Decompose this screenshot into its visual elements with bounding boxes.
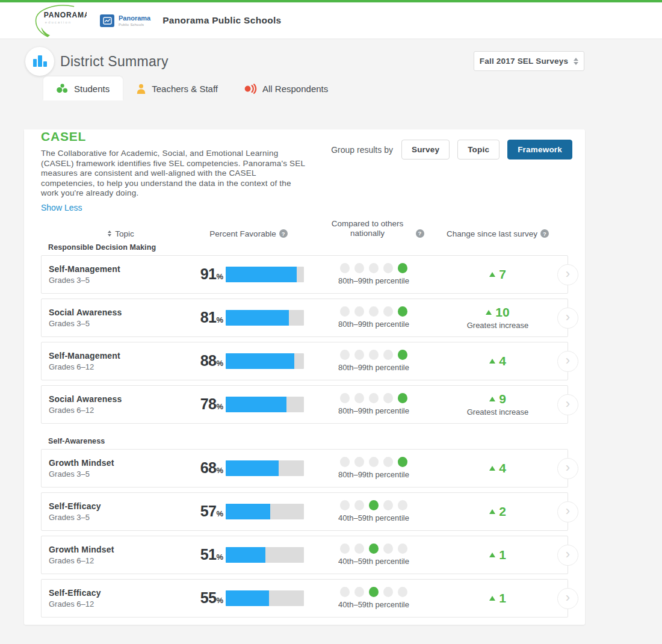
table-row[interactable]: Growth Mindset Grades 3–5 68% 80th–99th … <box>41 449 568 488</box>
percentile-dot <box>340 393 350 403</box>
framework-description: The Collaborative for Academic, Social, … <box>41 149 308 199</box>
percentile-dot <box>398 543 407 554</box>
percentile-label: 40th–59th percentile <box>338 600 409 609</box>
percent-favorable-bar <box>226 310 304 326</box>
group-by-framework-button[interactable]: Framework <box>507 140 572 159</box>
percentile-dot <box>354 457 364 467</box>
change-value: 4 <box>489 354 506 368</box>
increase-arrow-icon <box>489 466 495 471</box>
percentile-label: 80th–99th percentile <box>338 363 409 372</box>
row-detail-chevron-button[interactable]: › <box>557 308 578 329</box>
change-value: 2 <box>489 504 506 519</box>
topic-name: Growth Mindset <box>49 545 194 554</box>
percentile-label: 40th–59th percentile <box>338 557 409 566</box>
increase-arrow-icon <box>489 397 495 401</box>
badge-district-sub: Public Schools <box>119 23 150 26</box>
change-note: Greatest increase <box>467 407 529 416</box>
row-detail-chevron-button[interactable]: › <box>557 351 578 372</box>
chevron-right-icon: › <box>566 461 570 474</box>
page-head: District Summary Fall 2017 SEL Surveys <box>0 39 662 76</box>
table-row[interactable]: Growth Mindset Grades 6–12 51% 40th–59th… <box>41 536 568 574</box>
group-results-by-label: Group results by <box>331 145 393 155</box>
row-detail-chevron-button[interactable]: › <box>557 501 578 522</box>
help-icon[interactable]: ? <box>416 229 424 238</box>
percentile-dots-icon <box>340 457 407 467</box>
percentile-dot <box>340 350 350 360</box>
percent-favorable-bar-fill <box>226 267 297 282</box>
percentile-dot <box>369 306 379 317</box>
percentile-dot <box>354 393 364 403</box>
percentile-dot <box>369 263 379 273</box>
percentile-dot <box>383 393 393 403</box>
change-note: Greatest increase <box>467 321 529 330</box>
row-detail-chevron-button[interactable]: › <box>557 545 578 566</box>
change-column-header: Change since last survey ? <box>443 229 552 238</box>
table-row[interactable]: Self-Efficacy Grades 6–12 55% 40th–59th … <box>41 579 568 618</box>
percentile-dots-icon <box>340 393 407 403</box>
tab-teachers-staff[interactable]: Teachers & Staff <box>123 76 231 101</box>
percentile-dot <box>354 263 364 273</box>
percentile-dot-active <box>369 543 379 554</box>
percentile-dot <box>383 500 393 510</box>
table-row[interactable]: Self-Efficacy Grades 3–5 57% 40th–59th p… <box>41 492 568 531</box>
chevron-right-icon: › <box>566 397 570 410</box>
percent-favorable-value: 51% <box>194 546 223 563</box>
row-detail-chevron-button[interactable]: › <box>557 264 578 285</box>
increase-arrow-icon <box>486 310 492 315</box>
percentile-dot <box>354 350 364 360</box>
survey-selector-dropdown[interactable]: Fall 2017 SEL Surveys <box>474 51 584 71</box>
group-by-topic-button[interactable]: Topic <box>457 140 500 159</box>
percent-favorable-bar <box>226 353 304 369</box>
broadcast-dot-icon <box>244 84 257 94</box>
tab-teachers-staff-label: Teachers & Staff <box>152 84 218 94</box>
results-card: Group results by Survey Topic Framework … <box>24 129 585 625</box>
row-detail-chevron-button[interactable]: › <box>557 458 578 479</box>
percentile-dot <box>340 306 350 317</box>
section-label: Self-Awareness <box>48 437 568 445</box>
show-less-link[interactable]: Show Less <box>41 203 82 212</box>
help-icon[interactable]: ? <box>540 229 549 238</box>
change-value: 1 <box>489 548 506 562</box>
tab-students[interactable]: Students <box>43 76 123 101</box>
framework-intro: CASEL The Collaborative for Academic, So… <box>41 129 308 213</box>
topic-name: Self-Management <box>49 264 194 274</box>
change-value: 4 <box>489 461 506 475</box>
percent-favorable-value: 88% <box>194 352 223 370</box>
help-icon[interactable]: ? <box>279 229 288 238</box>
chevron-right-icon: › <box>566 548 570 561</box>
topic-name: Social Awareness <box>49 394 194 404</box>
change-value: 10 <box>486 305 509 320</box>
topic-grades: Grades 6–12 <box>49 556 194 565</box>
teacher-person-icon <box>136 84 146 94</box>
section-label: Responsible Decision Making <box>48 243 568 252</box>
percentile-label: 80th–99th percentile <box>338 276 409 285</box>
table-row[interactable]: Social Awareness Grades 3–5 81% 80th–99t… <box>41 299 568 337</box>
table-row[interactable]: Self-Management Grades 3–5 91% 80th–99th… <box>41 255 568 294</box>
percentile-dot <box>383 587 393 597</box>
table-row[interactable]: Self-Management Grades 6–12 88% 80th–99t… <box>41 342 568 380</box>
percent-favorable-bar-fill <box>226 504 270 519</box>
chevron-right-icon: › <box>566 311 570 324</box>
increase-arrow-icon <box>489 272 495 277</box>
percent-favorable-value: 57% <box>194 503 223 520</box>
tab-all-respondents[interactable]: All Respondents <box>231 76 341 101</box>
row-detail-chevron-button[interactable]: › <box>557 588 578 609</box>
percentile-label: 80th–99th percentile <box>338 470 409 479</box>
topic-grades: Grades 3–5 <box>49 513 194 522</box>
percentile-dot-active <box>398 350 407 360</box>
percentile-label: 80th–99th percentile <box>338 320 409 329</box>
group-by-survey-button[interactable]: Survey <box>401 140 450 159</box>
row-detail-chevron-button[interactable]: › <box>557 394 578 415</box>
select-arrows-icon <box>574 58 578 65</box>
percentile-dot-active <box>398 393 407 403</box>
percent-favorable-bar <box>226 504 304 519</box>
increase-arrow-icon <box>489 359 495 364</box>
topic-column-header[interactable]: Topic <box>108 229 134 238</box>
table-row[interactable]: Social Awareness Grades 6–12 78% 80th–99… <box>41 385 568 424</box>
district-switcher-badge[interactable]: Panorama Public Schools <box>100 14 150 27</box>
district-summary-page: PANORAMA education Panorama Public Schoo… <box>0 0 662 644</box>
percentile-dot <box>398 587 407 597</box>
percentile-dot <box>369 457 379 467</box>
percentile-dot-active <box>369 587 379 597</box>
percent-favorable-bar <box>226 547 304 563</box>
